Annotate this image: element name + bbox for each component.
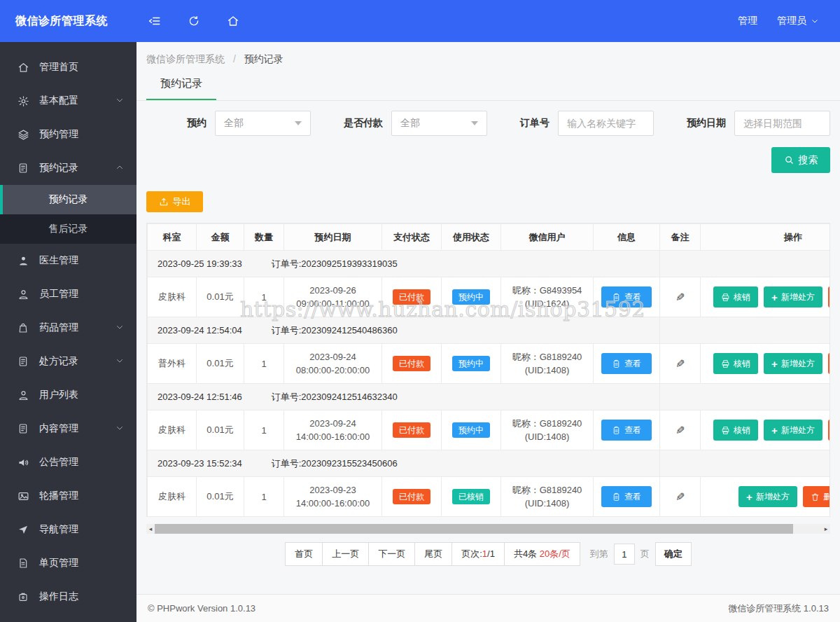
amount-cell: 0.01元 — [197, 410, 244, 450]
sidebar-item-operation-log[interactable]: 操作日志 — [0, 580, 136, 614]
edit-remark-icon[interactable]: ✎ — [676, 490, 685, 504]
sidebar-item-appointment-records[interactable]: 预约记录 — [0, 151, 136, 185]
verify-button[interactable]: 核销 — [713, 353, 758, 374]
delete-button[interactable]: 删除 — [828, 420, 830, 441]
sidebar-item-carousel-manage[interactable]: 轮播管理 — [0, 479, 136, 513]
dept-cell: 皮肤科 — [148, 277, 197, 317]
tab-bar: 预约记录 — [136, 73, 840, 101]
clipboard-icon — [612, 359, 621, 368]
trash-icon — [811, 492, 820, 502]
delete-button[interactable]: 删除 — [828, 353, 830, 374]
verify-button[interactable]: 核销 — [713, 286, 758, 307]
refresh-icon[interactable] — [187, 14, 201, 28]
view-button[interactable]: 查看 — [601, 486, 652, 507]
paid-filter-select[interactable]: 全部 — [391, 111, 487, 136]
scrollbar-thumb[interactable] — [155, 524, 793, 534]
printer-icon — [721, 359, 730, 368]
sidebar-item-admin-home[interactable]: 管理首页 — [0, 50, 136, 84]
edit-remark-icon[interactable]: ✎ — [676, 357, 685, 371]
delete-button[interactable]: 删除 — [828, 286, 830, 307]
sidebar-item-drug-manage[interactable]: 药品管理 — [0, 311, 136, 345]
appointment-filter-select[interactable]: 全部 — [215, 111, 311, 136]
first-page-button[interactable]: 首页 — [285, 542, 323, 566]
appointment-filter-label: 预约 — [187, 117, 206, 130]
tab-appointment-records[interactable]: 预约记录 — [146, 73, 216, 100]
order-no-label: 订单号 — [520, 117, 550, 130]
sidebar-item-content-manage[interactable]: 内容管理 — [0, 412, 136, 445]
user-menu[interactable]: 管理员 — [777, 15, 819, 27]
scroll-right-arrow-icon[interactable]: ▸ — [822, 524, 830, 534]
edit-remark-icon[interactable]: ✎ — [676, 424, 685, 437]
goto-confirm-button[interactable]: 确定 — [655, 542, 692, 566]
sidebar-item-navigation-manage[interactable]: 导航管理 — [0, 513, 136, 546]
col-amount: 金额 — [197, 224, 244, 251]
submenu-item-appointment-records[interactable]: 预约记录 — [0, 185, 136, 214]
home-icon[interactable] — [226, 14, 240, 28]
add-prescription-button[interactable]: +新增处方 — [738, 486, 797, 507]
last-page-button[interactable]: 尾页 — [414, 542, 452, 566]
clipboard-icon — [612, 426, 621, 435]
col-wechat-user: 微信用户 — [501, 224, 594, 251]
sidebar-item-announcement-manage[interactable]: 公告管理 — [0, 445, 136, 479]
sidebar-item-user-list[interactable]: 用户列表 — [0, 378, 136, 412]
collapse-sidebar-icon[interactable] — [148, 14, 162, 28]
goto-page-input[interactable] — [614, 544, 635, 565]
add-prescription-button[interactable]: +新增处方 — [764, 286, 822, 307]
date-cell: 2023-09-2414:00:00-16:00:00 — [284, 410, 382, 450]
sidebar-item-basic-config[interactable]: 基本配置 — [0, 84, 136, 118]
breadcrumb: 微信诊所管理系统 / 预约记录 — [136, 42, 840, 73]
export-button[interactable]: 导出 — [146, 191, 203, 212]
sidebar-item-doctor-manage[interactable]: 医生管理 — [0, 244, 136, 277]
footer-system-version: 微信诊所管理系统 1.0.13 — [728, 602, 829, 615]
printer-icon — [721, 426, 730, 435]
date-range-input[interactable] — [734, 111, 830, 136]
chevron-down-icon — [115, 95, 124, 106]
sidebar-item-appointment-manage[interactable]: 预约管理 — [0, 118, 136, 151]
table-row: 皮肤科 0.01元 1 2023-09-2314:00:00-16:00:00 … — [148, 477, 831, 517]
delete-button[interactable]: 删除 — [803, 486, 830, 507]
search-button[interactable]: 搜索 — [771, 147, 830, 173]
edit-remark-icon[interactable]: ✎ — [676, 291, 685, 304]
add-prescription-button[interactable]: +新增处方 — [764, 420, 822, 441]
file-text-icon — [17, 422, 29, 435]
sidebar-item-staff-manage[interactable]: 员工管理 — [0, 277, 136, 311]
chevron-down-icon — [115, 356, 124, 367]
paid-filter-label: 是否付款 — [344, 117, 383, 130]
use-status-badge: 预约中 — [452, 422, 490, 438]
table-row: 皮肤科 0.01元 1 2023-09-2414:00:00-16:00:00 … — [148, 410, 831, 450]
col-date: 预约日期 — [284, 224, 382, 251]
records-table: 科室 金额 数量 预约日期 支付状态 使用状态 微信用户 信息 备注 操作 20… — [147, 223, 830, 517]
add-prescription-button[interactable]: +新增处方 — [764, 353, 822, 374]
sidebar: 管理首页 基本配置 预约管理 预约记录 预约记录 售后记录 医生管理 — [0, 42, 136, 622]
file-text-icon — [17, 162, 29, 174]
view-button[interactable]: 查看 — [601, 353, 652, 374]
view-button[interactable]: 查看 — [601, 286, 652, 307]
search-icon — [784, 155, 794, 165]
top-header: 微信诊所管理系统 管理 管理员 — [0, 0, 840, 42]
breadcrumb-root[interactable]: 微信诊所管理系统 — [146, 53, 225, 64]
plus-icon: + — [746, 492, 752, 502]
order-group-row: 2023-09-24 12:51:46订单号:20230924125146323… — [148, 384, 831, 410]
wechat-user-cell: 昵称：G8493954(UID:1624) — [501, 277, 594, 317]
prev-page-button[interactable]: 上一页 — [322, 542, 369, 566]
table-header-row: 科室 金额 数量 预约日期 支付状态 使用状态 微信用户 信息 备注 操作 — [148, 224, 831, 251]
sidebar-item-prescription-records[interactable]: 处方记录 — [0, 345, 136, 378]
manage-link[interactable]: 管理 — [738, 15, 757, 27]
horizontal-scrollbar[interactable]: ◂ ▸ — [146, 524, 830, 534]
filter-row: 预约 全部 是否付款 全部 订单号 预约日期 — [136, 101, 840, 136]
order-number: 2023092519393319035 — [301, 258, 397, 269]
view-button[interactable]: 查看 — [601, 420, 652, 441]
order-no-input[interactable] — [558, 111, 654, 136]
search-row: 搜索 — [136, 136, 840, 173]
next-page-button[interactable]: 下一页 — [368, 542, 415, 566]
wechat-user-cell: 昵称：G8189240(UID:1408) — [501, 410, 594, 450]
clipboard-icon — [612, 293, 621, 302]
order-group-row: 2023-09-25 19:39:33订单号:20230925193933190… — [148, 251, 831, 277]
verify-button[interactable]: 核销 — [713, 420, 758, 441]
sidebar-item-single-page-manage[interactable]: 单页管理 — [0, 546, 136, 580]
chevron-down-icon — [115, 423, 124, 434]
submenu-item-aftersales-records[interactable]: 售后记录 — [0, 214, 136, 244]
user-name: 管理员 — [777, 15, 806, 27]
layers-icon — [17, 128, 29, 141]
scroll-left-arrow-icon[interactable]: ◂ — [146, 524, 155, 534]
